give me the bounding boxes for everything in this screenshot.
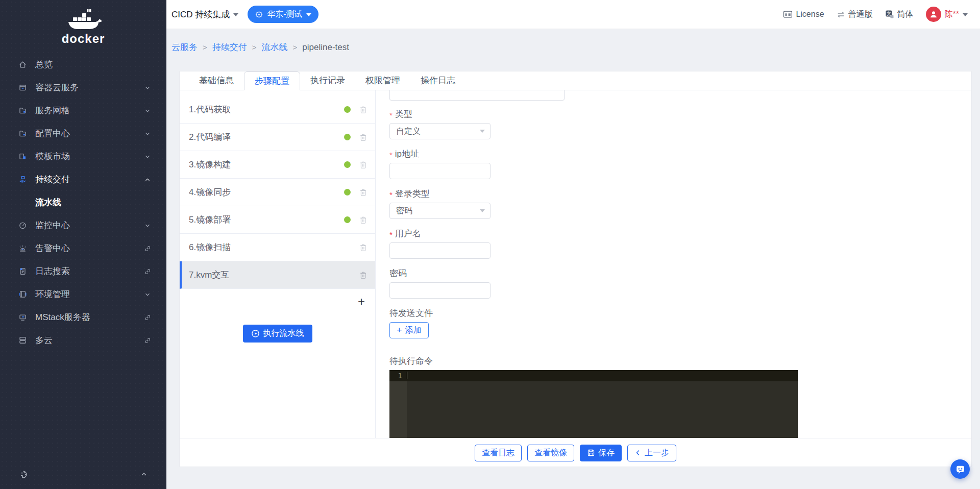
swap-icon	[837, 11, 845, 18]
sidebar-item-label: 总览	[35, 59, 151, 70]
sidebar-item-service-mesh[interactable]: 服务网格	[0, 99, 166, 122]
sidebar-item-label: 监控中心	[35, 219, 144, 231]
tab-operation-logs[interactable]: 操作日志	[410, 71, 465, 90]
avatar[interactable]	[926, 7, 941, 22]
trash-icon[interactable]	[359, 106, 367, 114]
trash-icon[interactable]	[359, 216, 367, 224]
collapse-sidebar-icon[interactable]	[140, 470, 148, 478]
breadcrumb-separator: >	[203, 43, 207, 52]
region-label: 华东-测试	[267, 9, 302, 20]
alarm-icon	[18, 244, 27, 253]
step-label: 6.镜像扫描	[189, 241, 344, 253]
sidebar-item-multicloud[interactable]: 多云	[0, 329, 166, 352]
step-row[interactable]: 5.镜像部署	[180, 206, 375, 234]
type-select[interactable]: 自定义	[389, 123, 491, 139]
region-selector-button[interactable]: 华东-测试	[248, 6, 318, 23]
step-label: 1.代码获取	[189, 104, 344, 115]
trash-icon[interactable]	[359, 243, 367, 252]
topbar: CICD 持续集成 华东-测试 License 普通版 文 简体	[166, 0, 980, 29]
prev-step-button[interactable]: 上一步	[627, 445, 676, 461]
username-label: 用户名	[389, 229, 971, 238]
docker-logo: docker	[0, 0, 166, 49]
trash-icon[interactable]	[359, 271, 367, 279]
sidebar-item-label: 环境管理	[35, 288, 144, 300]
sidebar-item-overview[interactable]: 总览	[0, 53, 166, 76]
mesh-icon	[18, 106, 27, 115]
add-step-button[interactable]: +	[358, 295, 365, 310]
login-type-select[interactable]: 密码	[389, 203, 491, 219]
config-icon	[18, 129, 27, 138]
files-to-send-label: 待发送文件	[389, 309, 971, 317]
step-label: 7.kvm交互	[189, 269, 344, 281]
editor-active-line: 1	[389, 370, 798, 381]
language-switcher[interactable]: 文 简体	[885, 9, 914, 20]
sidebar-item-log-search[interactable]: 日志搜索	[0, 260, 166, 283]
command-code-editor[interactable]: 1	[389, 370, 798, 438]
chevron-left-icon	[634, 449, 642, 456]
chevron-down-icon	[144, 107, 151, 114]
theme-palette-icon[interactable]	[18, 470, 28, 479]
view-images-button[interactable]: 查看镜像	[527, 445, 574, 461]
step-row[interactable]: 4.镜像同步	[180, 179, 375, 206]
breadcrumb-current: pipeline-test	[302, 42, 349, 53]
server-icon	[18, 313, 27, 322]
product-switcher[interactable]: CICD 持续集成	[172, 9, 238, 20]
sidebar-item-config-center[interactable]: 配置中心	[0, 122, 166, 145]
step-row[interactable]: 1.代码获取	[180, 96, 375, 124]
tab-permissions[interactable]: 权限管理	[355, 71, 410, 90]
save-button[interactable]: 保存	[580, 445, 622, 461]
tab-run-records[interactable]: 执行记录	[300, 71, 355, 90]
breadcrumb-separator: >	[293, 43, 298, 52]
sidebar-item-continuous-delivery[interactable]: 持续交付	[0, 168, 166, 191]
username[interactable]: 陈**	[945, 9, 959, 20]
sidebar-item-mstack-server[interactable]: MStack服务器	[0, 306, 166, 329]
scrolled-input-partial[interactable]	[389, 90, 565, 101]
step-row[interactable]: 6.镜像扫描	[180, 234, 375, 261]
help-chat-button[interactable]	[950, 459, 970, 479]
trash-icon[interactable]	[359, 188, 367, 197]
chevron-down-icon[interactable]	[963, 13, 968, 16]
sidebar-item-env-management[interactable]: 环境管理	[0, 283, 166, 306]
pipeline-card: 基础信息 步骤配置 执行记录 权限管理 操作日志 1.代码获取 2.代码编译	[179, 71, 972, 467]
breadcrumb-link-cloud[interactable]: 云服务	[172, 41, 198, 53]
chevron-down-icon	[480, 130, 485, 133]
main-area: CICD 持续集成 华东-测试 License 普通版 文 简体	[166, 0, 980, 489]
chevron-down-icon	[144, 291, 151, 298]
command-label: 待执行命令	[389, 357, 971, 365]
trash-icon[interactable]	[359, 133, 367, 141]
step-row[interactable]: 2.代码编译	[180, 124, 375, 151]
form-action-bar: 查看日志 查看镜像 保存 上一步	[180, 438, 971, 467]
chevron-down-icon	[144, 153, 151, 160]
home-icon	[18, 60, 27, 69]
sidebar-item-monitor-center[interactable]: 监控中心	[0, 214, 166, 237]
status-dot	[344, 216, 351, 223]
add-file-button[interactable]: + 添加	[389, 322, 429, 338]
status-dot	[344, 106, 351, 113]
sidebar-item-label: 告警中心	[35, 242, 144, 254]
status-dot	[344, 161, 351, 168]
run-pipeline-button[interactable]: 执行流水线	[243, 325, 312, 343]
sidebar-item-label: 持续交付	[35, 174, 144, 185]
type-value: 自定义	[396, 126, 421, 137]
ip-input[interactable]	[389, 163, 491, 179]
breadcrumb-link-delivery[interactable]: 持续交付	[212, 41, 247, 53]
steps-panel: 1.代码获取 2.代码编译 3.镜像构建 4.镜像同步	[180, 90, 376, 438]
username-input[interactable]	[389, 242, 491, 259]
password-input[interactable]	[389, 282, 491, 299]
sidebar-item-container-cloud[interactable]: 容器云服务	[0, 76, 166, 99]
step-row[interactable]: 3.镜像构建	[180, 151, 375, 179]
tab-step-config[interactable]: 步骤配置	[244, 71, 300, 90]
external-link-icon	[144, 337, 151, 344]
view-logs-button[interactable]: 查看日志	[475, 445, 522, 461]
trash-icon[interactable]	[359, 161, 367, 169]
breadcrumb: 云服务 > 持续交付 > 流水线 > pipeline-test	[172, 41, 349, 53]
edition-switcher[interactable]: 普通版	[837, 9, 873, 20]
sidebar-subitem-pipeline[interactable]: 流水线	[0, 191, 166, 214]
breadcrumb-link-pipeline[interactable]: 流水线	[262, 41, 288, 53]
external-link-icon	[144, 314, 151, 321]
sidebar-item-template-market[interactable]: 模板市场	[0, 145, 166, 168]
license-link[interactable]: License	[783, 10, 824, 19]
sidebar-item-alert-center[interactable]: 告警中心	[0, 237, 166, 260]
step-row-selected[interactable]: 7.kvm交互	[180, 261, 375, 289]
tab-basic-info[interactable]: 基础信息	[189, 71, 244, 90]
